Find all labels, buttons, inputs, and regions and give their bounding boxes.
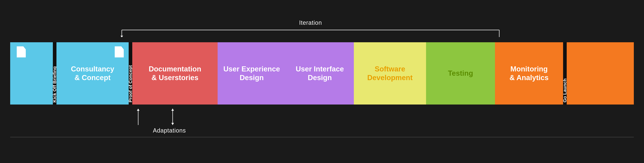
iteration-container: Iteration bbox=[112, 19, 509, 38]
iteration-label: Iteration bbox=[299, 19, 322, 26]
adaptations-arrows-svg bbox=[112, 108, 227, 126]
ui-label: User InterfaceDesign bbox=[296, 65, 344, 82]
testing-label: Testing bbox=[448, 69, 473, 78]
milestone-kickoff: Kick Off Briefing bbox=[53, 42, 56, 105]
phase-consultancy: Consultancy& Concept bbox=[56, 42, 129, 105]
adaptations-container: Adaptations bbox=[107, 108, 232, 134]
doc-icon-consultancy bbox=[115, 46, 124, 57]
diagram-wrapper: Iteration Kick Off Briefing bbox=[10, 16, 634, 147]
documentation-label: Documentation& Userstories bbox=[149, 65, 201, 82]
svg-marker-5 bbox=[137, 109, 140, 111]
phase-testing: Testing bbox=[426, 42, 495, 105]
svg-marker-3 bbox=[120, 36, 123, 37]
phase-ui: User InterfaceDesign bbox=[286, 42, 354, 105]
software-label: SoftwareDevelopment bbox=[367, 65, 412, 82]
milestone-launch: Go Launch bbox=[563, 42, 567, 105]
phase-monitoring: Monitoring& Analytics bbox=[495, 42, 563, 105]
svg-marker-8 bbox=[171, 123, 174, 125]
phase-software: SoftwareDevelopment bbox=[354, 42, 426, 105]
phases-row: Kick Off Briefing Consultancy& Concept P… bbox=[10, 42, 634, 105]
doc-icon-kickoff bbox=[17, 46, 26, 57]
milestone-proof: Proof of Concept bbox=[129, 42, 132, 105]
phase-ux: User ExperienceDesign bbox=[218, 42, 286, 105]
phase-documentation: Documentation& Userstories bbox=[132, 42, 218, 105]
phase-launch-tail bbox=[567, 42, 634, 105]
adaptations-label: Adaptations bbox=[153, 127, 186, 134]
ux-label: User ExperienceDesign bbox=[223, 65, 280, 82]
svg-marker-7 bbox=[171, 109, 174, 111]
milestone-launch-label: Go Launch bbox=[562, 78, 568, 102]
monitoring-label: Monitoring& Analytics bbox=[510, 65, 548, 82]
iteration-arrow bbox=[112, 27, 509, 38]
bottom-divider bbox=[10, 137, 634, 137]
phase-kickoff-block bbox=[10, 42, 53, 105]
consultancy-label: Consultancy& Concept bbox=[71, 65, 114, 82]
